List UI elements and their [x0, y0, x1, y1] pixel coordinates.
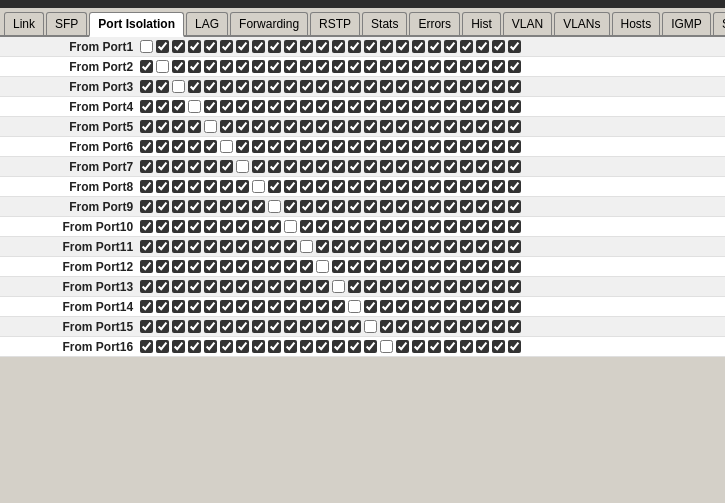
checkbox-port9-col6[interactable] [220, 200, 233, 213]
checkbox-port10-col20[interactable] [444, 220, 457, 233]
checkbox-port14-col6[interactable] [220, 300, 233, 313]
tab-vlan[interactable]: VLAN [503, 12, 552, 35]
checkbox-port3-col21[interactable] [460, 80, 473, 93]
checkbox-port11-col8[interactable] [252, 240, 265, 253]
checkbox-port10-col17[interactable] [396, 220, 409, 233]
checkbox-port9-col21[interactable] [460, 200, 473, 213]
checkbox-port7-col5[interactable] [204, 160, 217, 173]
tab-vlans[interactable]: VLANs [554, 12, 609, 35]
tab-hosts[interactable]: Hosts [612, 12, 661, 35]
checkbox-port11-col16[interactable] [380, 240, 393, 253]
checkbox-port5-col9[interactable] [268, 120, 281, 133]
checkbox-port6-col8[interactable] [252, 140, 265, 153]
checkbox-port1-col10[interactable] [284, 40, 297, 53]
checkbox-port1-col17[interactable] [396, 40, 409, 53]
checkbox-port11-col7[interactable] [236, 240, 249, 253]
checkbox-port8-col8[interactable] [252, 180, 265, 193]
checkbox-port5-col10[interactable] [284, 120, 297, 133]
checkbox-port10-col10[interactable] [284, 220, 297, 233]
checkbox-port14-col1[interactable] [140, 300, 153, 313]
checkbox-port2-col19[interactable] [428, 60, 441, 73]
checkbox-port8-col19[interactable] [428, 180, 441, 193]
checkbox-port5-col7[interactable] [236, 120, 249, 133]
checkbox-port15-col12[interactable] [316, 320, 329, 333]
checkbox-port15-col23[interactable] [492, 320, 505, 333]
checkbox-port16-col18[interactable] [412, 340, 425, 353]
checkbox-port1-col14[interactable] [348, 40, 361, 53]
checkbox-port4-col9[interactable] [268, 100, 281, 113]
tab-port-isolation[interactable]: Port Isolation [89, 12, 184, 37]
checkbox-port7-col11[interactable] [300, 160, 313, 173]
checkbox-port8-col3[interactable] [172, 180, 185, 193]
checkbox-port8-col14[interactable] [348, 180, 361, 193]
checkbox-port12-col8[interactable] [252, 260, 265, 273]
checkbox-port1-col19[interactable] [428, 40, 441, 53]
checkbox-port16-col12[interactable] [316, 340, 329, 353]
checkbox-port6-col20[interactable] [444, 140, 457, 153]
checkbox-port4-col17[interactable] [396, 100, 409, 113]
checkbox-port4-col23[interactable] [492, 100, 505, 113]
checkbox-port9-col15[interactable] [364, 200, 377, 213]
checkbox-port2-col10[interactable] [284, 60, 297, 73]
checkbox-port6-col9[interactable] [268, 140, 281, 153]
checkbox-port14-col19[interactable] [428, 300, 441, 313]
checkbox-port9-col14[interactable] [348, 200, 361, 213]
checkbox-port2-col18[interactable] [412, 60, 425, 73]
checkbox-port7-col17[interactable] [396, 160, 409, 173]
checkbox-port6-col1[interactable] [140, 140, 153, 153]
checkbox-port16-col1[interactable] [140, 340, 153, 353]
checkbox-port2-col9[interactable] [268, 60, 281, 73]
checkbox-port3-col17[interactable] [396, 80, 409, 93]
checkbox-port14-col17[interactable] [396, 300, 409, 313]
checkbox-port16-col3[interactable] [172, 340, 185, 353]
checkbox-port13-col8[interactable] [252, 280, 265, 293]
checkbox-port4-col10[interactable] [284, 100, 297, 113]
checkbox-port13-col7[interactable] [236, 280, 249, 293]
checkbox-port11-col2[interactable] [156, 240, 169, 253]
checkbox-port12-col19[interactable] [428, 260, 441, 273]
checkbox-port14-col7[interactable] [236, 300, 249, 313]
checkbox-port9-col3[interactable] [172, 200, 185, 213]
checkbox-port2-col5[interactable] [204, 60, 217, 73]
checkbox-port2-col22[interactable] [476, 60, 489, 73]
checkbox-port15-col18[interactable] [412, 320, 425, 333]
checkbox-port1-col6[interactable] [220, 40, 233, 53]
checkbox-port12-col23[interactable] [492, 260, 505, 273]
checkbox-port14-col15[interactable] [364, 300, 377, 313]
checkbox-port1-col8[interactable] [252, 40, 265, 53]
checkbox-port6-col10[interactable] [284, 140, 297, 153]
checkbox-port15-col11[interactable] [300, 320, 313, 333]
checkbox-port10-col21[interactable] [460, 220, 473, 233]
checkbox-port14-col8[interactable] [252, 300, 265, 313]
checkbox-port10-col7[interactable] [236, 220, 249, 233]
checkbox-port3-col3[interactable] [172, 80, 185, 93]
checkbox-port3-col11[interactable] [300, 80, 313, 93]
checkbox-port16-col15[interactable] [364, 340, 377, 353]
checkbox-port10-col22[interactable] [476, 220, 489, 233]
checkbox-port8-col5[interactable] [204, 180, 217, 193]
checkbox-port16-col6[interactable] [220, 340, 233, 353]
checkbox-port11-col4[interactable] [188, 240, 201, 253]
checkbox-port2-col4[interactable] [188, 60, 201, 73]
tab-errors[interactable]: Errors [409, 12, 460, 35]
checkbox-port2-col17[interactable] [396, 60, 409, 73]
checkbox-port16-col13[interactable] [332, 340, 345, 353]
checkbox-port4-col24[interactable] [508, 100, 521, 113]
tab-lag[interactable]: LAG [186, 12, 228, 35]
checkbox-port9-col22[interactable] [476, 200, 489, 213]
checkbox-port3-col18[interactable] [412, 80, 425, 93]
checkbox-port6-col14[interactable] [348, 140, 361, 153]
checkbox-port2-col6[interactable] [220, 60, 233, 73]
checkbox-port9-col13[interactable] [332, 200, 345, 213]
checkbox-port15-col13[interactable] [332, 320, 345, 333]
checkbox-port15-col22[interactable] [476, 320, 489, 333]
checkbox-port16-col5[interactable] [204, 340, 217, 353]
checkbox-port13-col16[interactable] [380, 280, 393, 293]
checkbox-port9-col19[interactable] [428, 200, 441, 213]
checkbox-port3-col1[interactable] [140, 80, 153, 93]
checkbox-port13-col18[interactable] [412, 280, 425, 293]
checkbox-port11-col13[interactable] [332, 240, 345, 253]
checkbox-port14-col21[interactable] [460, 300, 473, 313]
checkbox-port1-col16[interactable] [380, 40, 393, 53]
checkbox-port8-col10[interactable] [284, 180, 297, 193]
